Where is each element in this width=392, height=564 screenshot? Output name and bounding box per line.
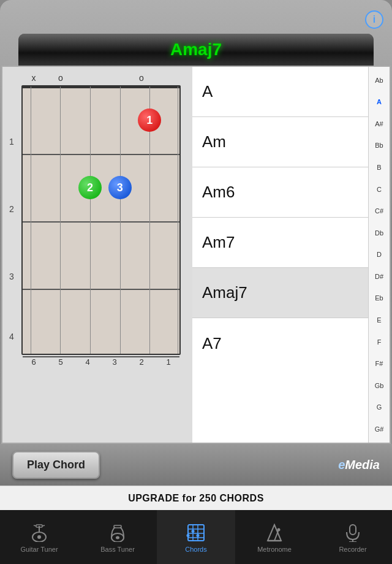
svg-point-5: [37, 535, 41, 539]
key-item-Fsharp[interactable]: F#: [369, 353, 390, 375]
key-list: Ab A A# Bb B C C# Db D D# Eb E F F# Gb G…: [368, 67, 390, 443]
app-container: i Amaj7 x o o 1 2 3: [0, 0, 392, 564]
string-label-1: [159, 73, 178, 83]
tab-metronome-label: Metronome: [257, 546, 292, 553]
tab-metronome[interactable]: Metronome: [235, 510, 314, 564]
main-content: x o o 1 2 3 4: [1, 66, 391, 444]
svg-line-4: [42, 525, 45, 526]
chord-title: Amaj7: [170, 40, 222, 59]
fret-line-2: [23, 221, 179, 223]
svg-rect-22: [350, 525, 356, 535]
fretboard: 1 2 3 4 1: [21, 85, 181, 355]
key-item-D[interactable]: D: [369, 244, 390, 266]
chord-item-Amaj7[interactable]: Amaj7: [192, 268, 368, 318]
key-item-A[interactable]: A: [369, 91, 390, 113]
metronome-icon: [262, 522, 287, 543]
guitar-icon: [27, 522, 51, 543]
chord-item-Am6[interactable]: Am6: [192, 167, 368, 218]
title-area: Amaj7: [18, 34, 374, 66]
chord-list-panel: A Am Am6 Am7 Amaj7 A7 Ab A A# Bb B C C# …: [192, 67, 390, 443]
key-item-Asharp[interactable]: A#: [369, 113, 390, 135]
string-num-2: 2: [132, 357, 151, 367]
fret-line-3: [23, 289, 179, 290]
key-item-Dsharp[interactable]: D#: [369, 265, 390, 288]
tab-chords-label: Chords: [185, 546, 206, 553]
string-line-5: [60, 86, 61, 354]
chords-icon: [184, 522, 208, 543]
string-label-5: o: [51, 73, 70, 83]
svg-point-8: [116, 536, 119, 539]
tab-recorder-label: Recorder: [339, 546, 366, 553]
recorder-icon: [341, 522, 365, 543]
chord-item-Am7[interactable]: Am7: [192, 218, 368, 268]
fret-line-1: [23, 154, 179, 155]
fret-num-3: 3: [9, 272, 14, 281]
string-num-4: 4: [78, 357, 97, 367]
fret-num-2: 2: [9, 204, 14, 214]
key-item-Gb[interactable]: Gb: [369, 375, 390, 397]
svg-line-3: [34, 525, 36, 526]
string-labels-top: x o o: [21, 73, 181, 83]
string-num-3: 3: [105, 357, 124, 367]
key-item-Gsharp[interactable]: G#: [369, 419, 390, 441]
string-num-5: 5: [51, 357, 70, 367]
key-item-Db[interactable]: Db: [369, 222, 390, 244]
chord-item-A[interactable]: A: [192, 67, 368, 117]
tab-guitar-tuner[interactable]: Guitar Tuner: [0, 510, 78, 564]
svg-rect-9: [188, 525, 204, 541]
upgrade-text: UPGRADE for 250 CHORDS: [128, 493, 264, 504]
chord-list: A Am Am6 Am7 Amaj7 A7: [192, 67, 368, 443]
svg-point-15: [192, 530, 195, 533]
finger-dot-3: 3: [108, 176, 132, 199]
svg-point-20: [277, 528, 281, 532]
key-item-Eb[interactable]: Eb: [369, 288, 390, 310]
key-item-C[interactable]: C: [369, 178, 390, 200]
fret-line-0: [23, 86, 179, 88]
emedia-logo: eMedia: [338, 458, 380, 472]
svg-rect-7: [114, 525, 121, 528]
key-item-B[interactable]: B: [369, 156, 390, 178]
key-item-Bb[interactable]: Bb: [369, 135, 390, 157]
tab-bass-tuner[interactable]: Bass Tuner: [78, 510, 157, 564]
string-label-3: [105, 73, 124, 83]
fretboard-panel: x o o 1 2 3 4: [2, 67, 192, 443]
string-line-3: [120, 86, 121, 354]
string-line-6: [31, 86, 31, 354]
string-nums-bottom: 6 5 4 3 2 1: [21, 357, 181, 367]
svg-marker-18: [268, 525, 281, 541]
tab-chords[interactable]: Chords: [157, 510, 235, 564]
bass-icon: [105, 522, 130, 543]
tab-recorder[interactable]: Recorder: [314, 510, 392, 564]
tab-bass-tuner-label: Bass Tuner: [100, 546, 135, 553]
string-line-1: [178, 86, 178, 354]
string-line-4: [90, 86, 91, 354]
tab-guitar-tuner-label: Guitar Tuner: [20, 546, 58, 553]
key-item-Ab[interactable]: Ab: [369, 69, 390, 91]
bottom-controls: Play Chord eMedia: [0, 444, 392, 486]
string-label-4: [78, 73, 97, 83]
play-chord-button[interactable]: Play Chord: [12, 451, 100, 479]
string-label-6: x: [24, 73, 43, 83]
fret-line-4: [23, 356, 179, 357]
string-num-1: 1: [159, 357, 178, 367]
key-item-Csharp[interactable]: C#: [369, 200, 390, 223]
key-item-F[interactable]: F: [369, 331, 390, 353]
top-bar: i: [0, 0, 392, 34]
fret-num-4: 4: [9, 332, 14, 341]
chord-item-A7[interactable]: A7: [192, 318, 368, 368]
finger-dot-1: 1: [138, 109, 161, 132]
chord-item-Am[interactable]: Am: [192, 117, 368, 167]
string-num-6: 6: [24, 357, 43, 367]
svg-point-16: [197, 534, 200, 537]
key-item-G[interactable]: G: [369, 397, 390, 419]
key-item-E[interactable]: E: [369, 310, 390, 332]
upgrade-banner[interactable]: UPGRADE for 250 CHORDS: [0, 486, 392, 510]
string-label-2: o: [132, 73, 151, 83]
info-button[interactable]: i: [365, 10, 383, 29]
svg-point-17: [187, 534, 190, 537]
fret-num-1: 1: [9, 137, 14, 147]
finger-dot-2: 2: [78, 176, 102, 199]
tab-bar: Guitar Tuner Bass Tuner: [0, 510, 392, 564]
